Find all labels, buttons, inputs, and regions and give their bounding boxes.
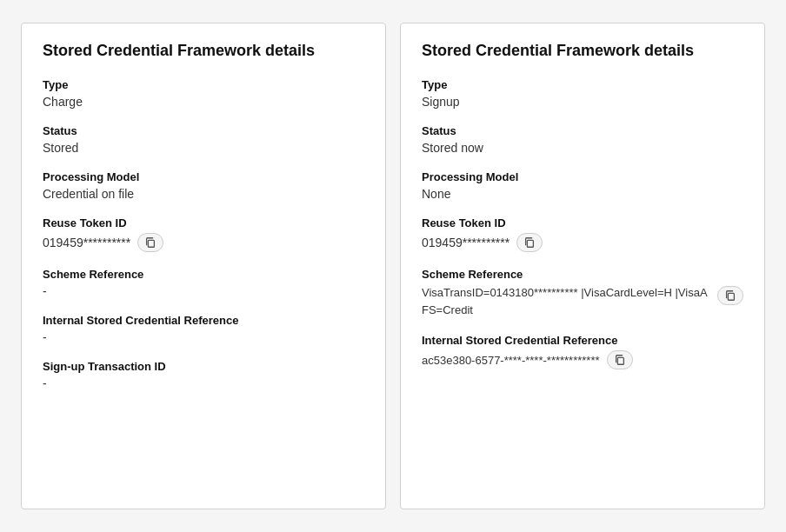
copy-icon-2 — [523, 236, 536, 249]
field-status-1: Status Stored — [43, 124, 364, 155]
reuse-token-row-2: 019459********** — [422, 233, 743, 252]
panels-container: Stored Credential Framework details Type… — [17, 23, 769, 509]
internal-ref-label-1: Internal Stored Credential Reference — [43, 314, 364, 327]
copy-reuse-token-button-2[interactable] — [516, 233, 543, 252]
field-internal-ref-2: Internal Stored Credential Reference ac5… — [422, 334, 743, 369]
svg-rect-1 — [528, 241, 534, 248]
scheme-reference-value-2: VisaTransID=0143180********** |VisaCardL… — [422, 284, 710, 318]
panel-2-title: Stored Credential Framework details — [422, 41, 743, 61]
status-label-1: Status — [43, 124, 364, 137]
copy-icon-1 — [144, 236, 157, 249]
internal-ref-label-2: Internal Stored Credential Reference — [422, 334, 743, 347]
field-reuse-token-1: Reuse Token ID 019459********** — [43, 216, 364, 252]
panel-1: Stored Credential Framework details Type… — [21, 23, 386, 509]
type-value-2: Signup — [422, 95, 743, 109]
reuse-token-value-1: 019459********** — [43, 236, 130, 249]
copy-internal-ref-button-2[interactable] — [607, 350, 633, 369]
scheme-reference-label-1: Scheme Reference — [43, 268, 364, 281]
status-value-2: Stored now — [422, 141, 743, 155]
field-status-2: Status Stored now — [422, 124, 743, 155]
field-type-2: Type Signup — [422, 78, 743, 109]
signup-txn-value-1: - — [43, 376, 364, 390]
field-internal-ref-1: Internal Stored Credential Reference - — [43, 314, 364, 344]
reuse-token-label-2: Reuse Token ID — [422, 216, 743, 229]
field-signup-txn-1: Sign-up Transaction ID - — [43, 360, 364, 390]
svg-rect-0 — [149, 241, 155, 248]
svg-rect-3 — [617, 358, 623, 365]
copy-icon-internal-2 — [614, 354, 626, 366]
field-processing-model-2: Processing Model None — [422, 170, 743, 201]
status-value-1: Stored — [43, 141, 364, 155]
field-scheme-reference-1: Scheme Reference - — [43, 268, 364, 298]
field-reuse-token-2: Reuse Token ID 019459********** — [422, 216, 743, 252]
reuse-token-label-1: Reuse Token ID — [43, 216, 364, 229]
scheme-reference-value-1: - — [43, 284, 364, 298]
copy-reuse-token-button-1[interactable] — [137, 233, 163, 252]
field-processing-model-1: Processing Model Credential on file — [43, 170, 364, 201]
type-value-1: Charge — [43, 95, 364, 109]
copy-scheme-reference-button-2[interactable] — [717, 286, 743, 305]
internal-ref-value-2: ac53e380-6577-****-****-************ — [422, 354, 600, 367]
reuse-token-value-2: 019459********** — [422, 236, 510, 249]
scheme-reference-row-2: VisaTransID=0143180********** |VisaCardL… — [422, 284, 743, 318]
type-label-1: Type — [43, 78, 364, 91]
status-label-2: Status — [422, 124, 743, 137]
internal-ref-value-1: - — [43, 330, 364, 344]
scheme-reference-label-2: Scheme Reference — [422, 268, 743, 281]
type-label-2: Type — [422, 78, 743, 91]
processing-model-value-1: Credential on file — [43, 187, 364, 201]
field-scheme-reference-2: Scheme Reference VisaTransID=0143180****… — [422, 268, 743, 318]
field-type-1: Type Charge — [43, 78, 364, 109]
processing-model-label-2: Processing Model — [422, 170, 743, 183]
signup-txn-label-1: Sign-up Transaction ID — [43, 360, 364, 373]
processing-model-label-1: Processing Model — [43, 170, 364, 183]
panel-1-title: Stored Credential Framework details — [43, 41, 364, 61]
copy-icon-scheme-2 — [724, 289, 736, 302]
internal-ref-row-2: ac53e380-6577-****-****-************ — [422, 350, 743, 369]
svg-rect-2 — [728, 294, 734, 301]
processing-model-value-2: None — [422, 187, 743, 201]
panel-2: Stored Credential Framework details Type… — [400, 23, 765, 509]
reuse-token-row-1: 019459********** — [43, 233, 364, 252]
